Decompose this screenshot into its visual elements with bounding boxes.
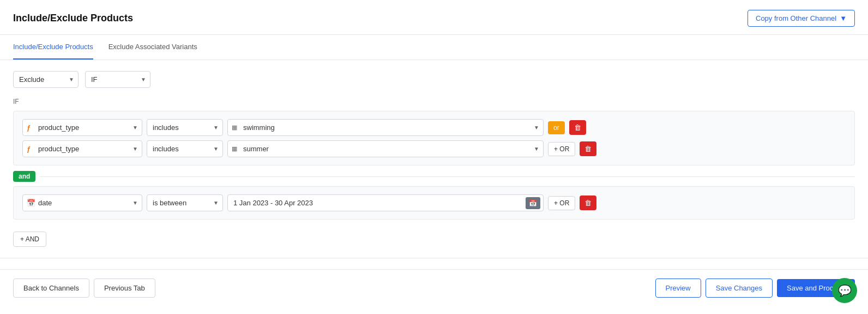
chat-icon: 💬 — [838, 284, 852, 297]
page-footer: Back to Channels Previous Tab Preview Sa… — [0, 269, 868, 306]
back-to-channels-button[interactable]: Back to Channels — [13, 279, 89, 298]
date-value-wrapper: 📅 — [227, 194, 544, 211]
date-field-select[interactable]: date product_type category brand price — [22, 194, 142, 211]
field-select-1[interactable]: product_type category brand date price — [22, 119, 142, 136]
footer-divider — [0, 258, 868, 258]
date-field-select-wrapper: 📅 date product_type category brand price… — [22, 194, 142, 211]
value-select-wrapper-2: ▦ summer swimming winter ▼ — [227, 140, 544, 157]
field-select-wrapper-2: ƒ product_type category brand date price… — [22, 140, 142, 157]
value-select-2[interactable]: summer swimming winter — [227, 140, 544, 157]
add-and-button[interactable]: + AND — [13, 232, 46, 247]
page-wrapper: Include/Exclude Products Copy from Other… — [0, 0, 868, 314]
condition-group-1: ƒ product_type category brand date price… — [13, 111, 855, 165]
add-or-date-button[interactable]: + OR — [548, 196, 575, 210]
main-content: Exclude Include ▼ IF ▼ IF ƒ product_type — [0, 60, 868, 258]
value-select-1[interactable]: swimming summer winter — [227, 119, 544, 136]
and-badge: and — [13, 171, 35, 182]
if-label: IF — [13, 98, 855, 105]
preview-button[interactable]: Preview — [655, 279, 701, 298]
condition-group-2: 📅 date product_type category brand price… — [13, 186, 855, 220]
date-range-input[interactable] — [227, 194, 544, 211]
delete-row-2-button[interactable]: 🗑 — [580, 141, 596, 156]
add-and-wrapper: + AND — [13, 225, 855, 247]
action-select[interactable]: Exclude Include — [13, 71, 79, 88]
action-select-wrapper: Exclude Include ▼ — [13, 71, 79, 88]
value-select-wrapper-1: ▦ swimming summer winter ▼ — [227, 119, 544, 136]
field-select-2[interactable]: product_type category brand date price — [22, 140, 142, 157]
top-controls: Exclude Include ▼ IF ▼ — [13, 71, 855, 88]
date-operator-select-wrapper: is between is before is after is on ▼ — [147, 194, 223, 211]
condition-select-wrapper: IF ▼ — [85, 71, 150, 88]
delete-date-row-button[interactable]: 🗑 — [580, 195, 596, 210]
chevron-down-icon: ▼ — [840, 14, 847, 22]
field-select-wrapper-1: ƒ product_type category brand date price… — [22, 119, 142, 136]
previous-tab-button[interactable]: Previous Tab — [94, 279, 155, 298]
delete-row-1-button[interactable]: 🗑 — [569, 120, 586, 135]
date-condition-row: 📅 date product_type category brand price… — [22, 194, 846, 211]
footer-right-actions: Preview Save Changes Save and Proceed — [655, 279, 855, 298]
chat-bubble-button[interactable]: 💬 — [832, 278, 857, 303]
condition-row-1: ƒ product_type category brand date price… — [22, 119, 846, 136]
and-separator: and — [13, 171, 855, 182]
tab-bar: Include/Exclude Products Exclude Associa… — [0, 35, 868, 60]
or-connector-button-1[interactable]: or — [548, 121, 565, 134]
add-or-button-2[interactable]: + OR — [548, 142, 575, 156]
footer-left-actions: Back to Channels Previous Tab — [13, 279, 155, 298]
copy-from-channel-button[interactable]: Copy from Other Channel ▼ — [748, 10, 855, 27]
operator-select-wrapper-1: includes excludes is is not ▼ — [147, 119, 223, 136]
condition-row-2: ƒ product_type category brand date price… — [22, 140, 846, 157]
page-header: Include/Exclude Products Copy from Other… — [0, 0, 868, 35]
calendar-picker-button[interactable]: 📅 — [526, 197, 540, 209]
operator-select-wrapper-2: includes excludes is is not ▼ — [147, 140, 223, 157]
condition-select[interactable]: IF — [85, 71, 150, 88]
operator-select-1[interactable]: includes excludes is is not — [147, 119, 223, 136]
tab-include-exclude[interactable]: Include/Exclude Products — [13, 35, 93, 60]
tab-exclude-variants[interactable]: Exclude Associated Variants — [108, 35, 197, 60]
and-divider-line — [40, 176, 855, 177]
page-title: Include/Exclude Products — [13, 13, 133, 24]
save-changes-button[interactable]: Save Changes — [706, 279, 773, 298]
operator-select-2[interactable]: includes excludes is is not — [147, 140, 223, 157]
date-operator-select[interactable]: is between is before is after is on — [147, 194, 223, 211]
